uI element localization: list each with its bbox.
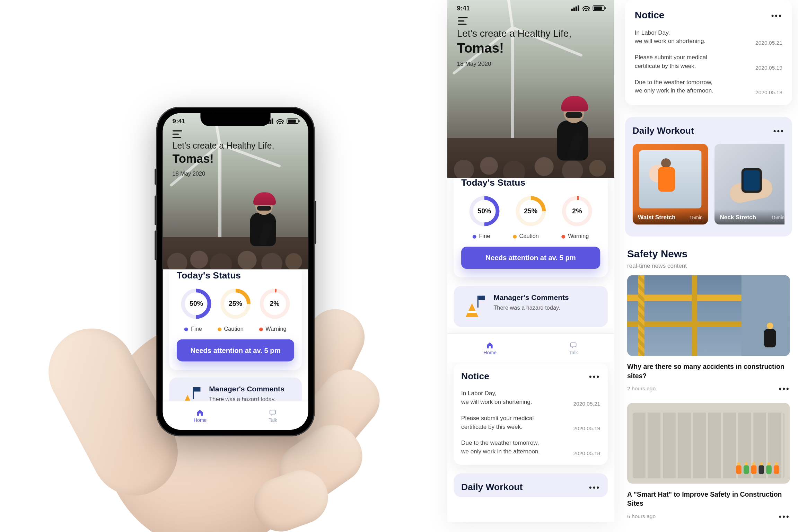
chat-icon (569, 341, 578, 349)
legend-caution: Caution (513, 233, 539, 239)
todays-status-title: Today's Status (177, 271, 294, 281)
notice-title: Notice (461, 371, 489, 382)
managers-comments-card[interactable]: Manager's Comments There was a hazard to… (454, 286, 608, 327)
notice-item[interactable]: In Labor Day,we will work on shortening.… (461, 389, 600, 407)
greeting-date: 18 May 2020 (173, 170, 299, 177)
attention-cta-button[interactable]: Needs attention at av. 5 pm (177, 339, 294, 362)
notice-item[interactable]: Please submit your medicalcertificate by… (635, 53, 782, 71)
notice-item[interactable]: In Labor Day,we will work on shortening.… (635, 28, 782, 46)
attention-cta-button[interactable]: Needs attention at av. 5 pm (461, 247, 600, 269)
notice-item[interactable]: Due to the weather tomorrow,we only work… (635, 78, 782, 95)
wifi-icon (582, 6, 590, 11)
notice-date: 2020.05.21 (755, 40, 782, 46)
notice-date: 2020.05.18 (755, 89, 782, 95)
hazard-cone-icon (461, 293, 487, 319)
status-donut-fine: 50% (181, 289, 211, 319)
more-icon[interactable]: ••• (589, 483, 600, 491)
managers-comments-title: Manager's Comments (209, 385, 284, 393)
notice-item[interactable]: Due to the weather tomorrow,we only work… (461, 439, 600, 456)
daily-workout-card: Daily Workout ••• Waist Stretch15min Nec… (625, 117, 792, 236)
phone-notch (200, 113, 270, 126)
phone-frame: 9:41 Let's create a Healthy Life, Tomas! (156, 107, 315, 436)
nav-talk[interactable]: Talk (269, 408, 277, 422)
notice-date: 2020.05.19 (573, 425, 600, 431)
news-item[interactable]: Why are there so many accidents in const… (627, 275, 790, 393)
status-donut-caution: 25% (220, 289, 251, 319)
safety-news-subtitle: real-time news content (627, 262, 790, 269)
notice-date: 2020.05.21 (573, 401, 600, 407)
more-icon[interactable]: ••• (779, 512, 790, 521)
app-panel-sections: Notice ••• In Labor Day,we will work on … (625, 0, 792, 521)
status-time: 9:41 (173, 117, 185, 125)
signal-icon (571, 6, 580, 11)
status-donut-warning: 2% (562, 196, 592, 226)
notice-title: Notice (635, 10, 665, 21)
svg-rect-0 (270, 410, 275, 414)
greeting-line: Let's create a Healthy Life, (173, 141, 299, 151)
home-icon (196, 408, 204, 416)
battery-icon (287, 118, 298, 124)
news-time: 6 hours ago (627, 513, 656, 519)
notice-card: Notice ••• In Labor Day,we will work on … (625, 0, 792, 105)
notice-date: 2020.05.19 (755, 64, 782, 70)
bottom-nav: Home Talk (163, 401, 308, 430)
more-icon[interactable]: ••• (589, 372, 600, 381)
workout-item-neck-stretch[interactable]: Neck Stretch15min (714, 144, 784, 224)
legend-warning: Warning (562, 233, 589, 239)
home-icon (486, 341, 494, 349)
nav-talk[interactable]: Talk (569, 341, 578, 355)
status-donut-warning: 2% (260, 289, 290, 319)
nav-home[interactable]: Home (194, 408, 207, 422)
todays-status-card: Today's Status 50% 25% (454, 169, 608, 277)
news-headline: Why are there so many accidents in const… (627, 362, 790, 381)
daily-workout-title: Daily Workout (461, 482, 523, 493)
status-donut-fine: 50% (469, 196, 499, 226)
legend-caution: Caution (218, 325, 244, 332)
more-icon[interactable]: ••• (771, 11, 782, 20)
chat-icon (269, 408, 277, 416)
safety-news-title: Safety News (627, 248, 790, 260)
more-icon[interactable]: ••• (779, 384, 790, 393)
news-time: 2 hours ago (627, 386, 656, 392)
managers-comments-title: Manager's Comments (493, 293, 569, 301)
status-donut-caution: 25% (516, 196, 546, 226)
greeting-line: Let's create a Healthy Life, (457, 28, 605, 39)
nav-home[interactable]: Home (484, 341, 497, 355)
legend-fine: Fine (184, 325, 202, 332)
status-time: 9:41 (457, 4, 470, 12)
phone-in-hand-mockup: 9:41 Let's create a Healthy Life, Tomas! (0, 0, 420, 532)
notice-card: Notice ••• In Labor Day,we will work on … (454, 363, 608, 465)
legend-fine: Fine (473, 233, 490, 239)
workout-item-waist-stretch[interactable]: Waist Stretch15min (633, 144, 708, 224)
todays-status-title: Today's Status (461, 178, 600, 188)
app-panel-top: 9:41 Let's create a Healthy Life, Tomas!… (447, 0, 614, 522)
news-headline: A "Smart Hat" to Improve Safety in Const… (627, 490, 790, 508)
news-image-site (627, 403, 790, 484)
greeting-name: Tomas! (173, 152, 299, 166)
daily-workout-card: Daily Workout ••• (454, 473, 608, 497)
news-image-crane (627, 275, 790, 356)
daily-workout-title: Daily Workout (633, 125, 694, 136)
todays-status-card: Today's Status 50% 25% (169, 262, 302, 370)
managers-comments-body: There was a hazard today. (493, 304, 569, 311)
notice-date: 2020.05.18 (573, 450, 600, 456)
svg-rect-1 (571, 343, 576, 347)
news-item[interactable]: A "Smart Hat" to Improve Safety in Const… (627, 403, 790, 521)
notice-item[interactable]: Please submit your medicalcertificate by… (461, 414, 600, 432)
bottom-nav: Home Talk (447, 334, 614, 363)
wifi-icon (277, 118, 284, 124)
more-icon[interactable]: ••• (773, 126, 784, 135)
safety-news-section: Safety News real-time news content Why a… (625, 248, 792, 521)
greeting-date: 18 May 2020 (457, 60, 605, 67)
legend-warning: Warning (259, 325, 287, 332)
battery-icon (593, 6, 605, 11)
greeting-name: Tomas! (457, 41, 605, 56)
